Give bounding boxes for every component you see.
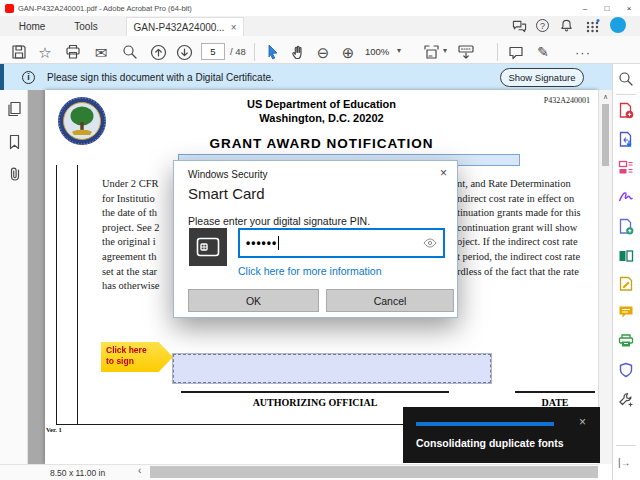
- attachments-icon[interactable]: [8, 166, 21, 183]
- body-text-right: nt, and Rate Determination ndirect cost …: [457, 177, 598, 279]
- progress-bar: [416, 422, 554, 426]
- reveal-password-eye-icon[interactable]: [423, 238, 437, 248]
- show-signature-button[interactable]: Show Signature: [500, 68, 584, 87]
- organize-pages-icon[interactable]: [618, 248, 634, 264]
- zoom-out-icon[interactable]: ⊖: [312, 41, 334, 63]
- ok-button[interactable]: OK: [188, 289, 319, 312]
- edit-pdf-icon[interactable]: [618, 160, 634, 175]
- callout-line1: Click here: [106, 345, 159, 356]
- windows-security-dialog: Windows Security × Smart Card Please ent…: [173, 160, 458, 318]
- doc-header-line1: US Department of Education: [45, 98, 598, 110]
- vertical-scrollbar[interactable]: ∧: [598, 90, 612, 464]
- doc-header-line2: Washington, D.C. 20202: [45, 112, 598, 124]
- more-information-link[interactable]: Click here for more information: [238, 265, 382, 277]
- more-tools-menu-icon[interactable]: ···: [572, 41, 594, 63]
- signature-field[interactable]: [173, 354, 491, 383]
- protect-icon[interactable]: [619, 362, 633, 378]
- notification-message: Please sign this document with a Digital…: [47, 72, 274, 83]
- next-page-icon[interactable]: [173, 41, 195, 63]
- fill-sign-icon[interactable]: [618, 189, 634, 204]
- body-text-left: Under 2 CFR for Institutio the date of t…: [102, 177, 173, 294]
- minimize-button[interactable]: –: [574, 4, 596, 13]
- title-bar: GAN-P432A240001.pdf - Adobe Acrobat Pro …: [0, 0, 640, 16]
- fit-page-icon[interactable]: [420, 41, 442, 63]
- maximize-button[interactable]: □: [596, 4, 618, 13]
- collapse-panel-icon[interactable]: |→: [618, 457, 631, 468]
- page-number-input[interactable]: [201, 43, 225, 60]
- smart-card-icon: [189, 228, 227, 266]
- user-avatar[interactable]: [610, 17, 626, 33]
- tab-close-icon[interactable]: ×: [231, 22, 237, 33]
- email-icon[interactable]: ✉: [90, 41, 112, 63]
- favorites-star-icon[interactable]: ☆: [34, 41, 56, 63]
- comment-tool-icon[interactable]: [505, 41, 527, 63]
- scroll-up-icon[interactable]: ∧: [599, 93, 612, 101]
- scan-ocr-icon[interactable]: [618, 333, 634, 349]
- text-caret: [278, 236, 279, 250]
- fit-caret-icon[interactable]: ▾: [443, 46, 447, 55]
- close-button[interactable]: ×: [618, 4, 640, 13]
- window-title: GAN-P432A240001.pdf - Adobe Acrobat Pro …: [18, 4, 192, 13]
- select-tool-icon[interactable]: [261, 41, 283, 63]
- progress-toast: × Consolidating duplicate fonts: [403, 407, 600, 463]
- toast-close-icon[interactable]: ×: [579, 415, 586, 429]
- notification-bell-icon[interactable]: [559, 18, 574, 33]
- more-tools-icon[interactable]: [618, 391, 634, 407]
- hand-tool-icon[interactable]: [287, 41, 309, 63]
- dialog-title: Smart Card: [188, 185, 265, 202]
- page-size-label: 8.50 x 11.00 in: [50, 468, 105, 478]
- cancel-button[interactable]: Cancel: [326, 289, 454, 312]
- info-icon: i: [22, 71, 35, 84]
- scroll-mode-icon[interactable]: [455, 41, 477, 63]
- tab-document-label: GAN-P432A24000...: [133, 22, 224, 33]
- dialog-prompt: Please enter your digital signature PIN.: [188, 215, 370, 227]
- acrobat-window: GAN-P432A240001.pdf - Adobe Acrobat Pro …: [0, 0, 640, 480]
- doc-version-label: Ver. 1: [46, 426, 62, 433]
- search-icon[interactable]: [618, 71, 634, 87]
- bookmarks-icon[interactable]: [8, 134, 21, 150]
- create-pdf-icon[interactable]: [618, 102, 634, 119]
- tools-pane: [612, 64, 640, 480]
- doc-number: P432A240001: [544, 96, 590, 105]
- previous-page-icon[interactable]: [147, 41, 169, 63]
- tab-home[interactable]: Home: [8, 16, 56, 36]
- scroll-left-icon[interactable]: ‹: [138, 465, 141, 476]
- export-pdf-icon[interactable]: [618, 131, 634, 148]
- zoom-caret-icon[interactable]: ▾: [397, 46, 401, 55]
- zoom-level-value[interactable]: 100%: [365, 46, 389, 57]
- highlighter-icon[interactable]: ✎: [532, 41, 554, 63]
- prepare-form-icon[interactable]: [618, 276, 634, 292]
- form-vertical-rule-2: [77, 165, 78, 424]
- app-grid-icon[interactable]: [585, 19, 600, 33]
- acrobat-logo-icon: [5, 4, 14, 13]
- page-thumbnails-icon[interactable]: [7, 101, 22, 117]
- request-esignatures-icon[interactable]: [618, 218, 634, 235]
- click-to-sign-callout[interactable]: Click here to sign: [101, 342, 173, 372]
- tab-tools[interactable]: Tools: [62, 16, 110, 36]
- form-vertical-rule-1: [56, 165, 57, 424]
- signature-rule: [181, 391, 449, 393]
- page-count-label: / 48: [230, 46, 246, 57]
- comment-icon[interactable]: [618, 305, 634, 319]
- help-icon[interactable]: ?: [536, 19, 549, 32]
- doc-title: GRANT AWARD NOTIFICATION: [45, 136, 598, 151]
- toast-message: Consolidating duplicate fonts: [416, 437, 564, 449]
- save-icon[interactable]: [8, 41, 30, 63]
- share-feedback-icon[interactable]: [512, 19, 527, 33]
- date-rule: [515, 391, 595, 393]
- tab-document[interactable]: GAN-P432A24000... ×: [126, 17, 244, 36]
- callout-line2: to sign: [106, 356, 159, 367]
- pin-masked-value: ••••••: [246, 236, 277, 250]
- print-icon[interactable]: [62, 41, 84, 63]
- vertical-scroll-thumb[interactable]: [602, 104, 609, 166]
- pin-input[interactable]: ••••••: [238, 228, 445, 258]
- dialog-window-title: Windows Security: [188, 169, 267, 180]
- notification-accent: [0, 64, 4, 90]
- dialog-close-icon[interactable]: ×: [440, 166, 447, 180]
- zoom-in-icon[interactable]: ⊕: [337, 41, 359, 63]
- horizontal-scroll-thumb[interactable]: [150, 466, 598, 478]
- find-icon[interactable]: [119, 41, 141, 63]
